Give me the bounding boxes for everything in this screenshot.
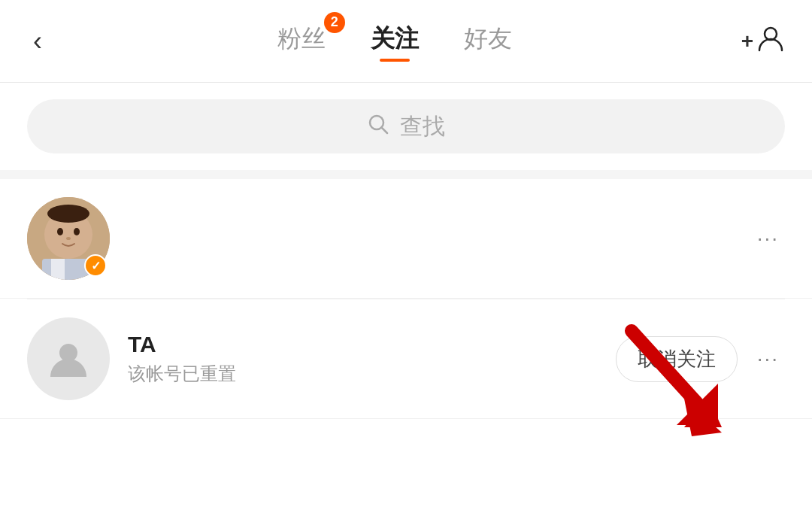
user-sub-2: 该帐号已重置	[128, 362, 598, 386]
search-bar[interactable]: 查找	[27, 99, 785, 153]
tab-fans[interactable]: 粉丝 2	[277, 23, 326, 60]
search-placeholder-text: 查找	[400, 111, 445, 142]
nav-tabs: 粉丝 2 关注 好友	[277, 23, 512, 60]
avatar-wrap-1: ✓	[27, 197, 110, 280]
svg-point-5	[57, 228, 63, 235]
fans-badge: 2	[324, 12, 345, 33]
more-dots-1[interactable]: ···	[751, 220, 785, 256]
svg-point-0	[765, 28, 777, 40]
user-info-2: TA 该帐号已重置	[128, 332, 598, 386]
add-friend-button[interactable]: +	[741, 24, 785, 59]
avatar-placeholder-2[interactable]	[27, 317, 110, 400]
back-button[interactable]: ‹	[27, 22, 48, 61]
svg-point-8	[47, 205, 89, 223]
tab-following[interactable]: 关注	[371, 23, 419, 60]
user-list: ✓ ··· TA 该帐号已重置 取消关注 ···	[0, 179, 812, 419]
svg-rect-10	[51, 259, 65, 280]
user-item-1: ✓ ···	[0, 179, 812, 299]
more-options-1[interactable]: ···	[751, 226, 785, 250]
item-actions-2: 取消关注 ···	[616, 336, 785, 382]
svg-line-2	[382, 127, 388, 133]
user-item-2: TA 该帐号已重置 取消关注 ···	[0, 299, 812, 419]
more-dots-2[interactable]: ···	[751, 341, 785, 377]
avatar-wrap-2	[27, 317, 110, 400]
search-section: 查找	[0, 83, 812, 170]
verified-badge-1: ✓	[84, 254, 107, 277]
svg-point-7	[66, 237, 71, 240]
person-icon	[756, 24, 785, 59]
search-icon	[367, 113, 389, 141]
tab-friends[interactable]: 好友	[464, 23, 512, 60]
svg-point-6	[74, 228, 80, 235]
unfollow-button[interactable]: 取消关注	[616, 336, 738, 382]
user-name-2: TA	[128, 332, 598, 357]
top-nav: ‹ 粉丝 2 关注 好友 +	[0, 0, 812, 83]
plus-icon: +	[741, 29, 753, 53]
section-divider	[0, 170, 812, 179]
